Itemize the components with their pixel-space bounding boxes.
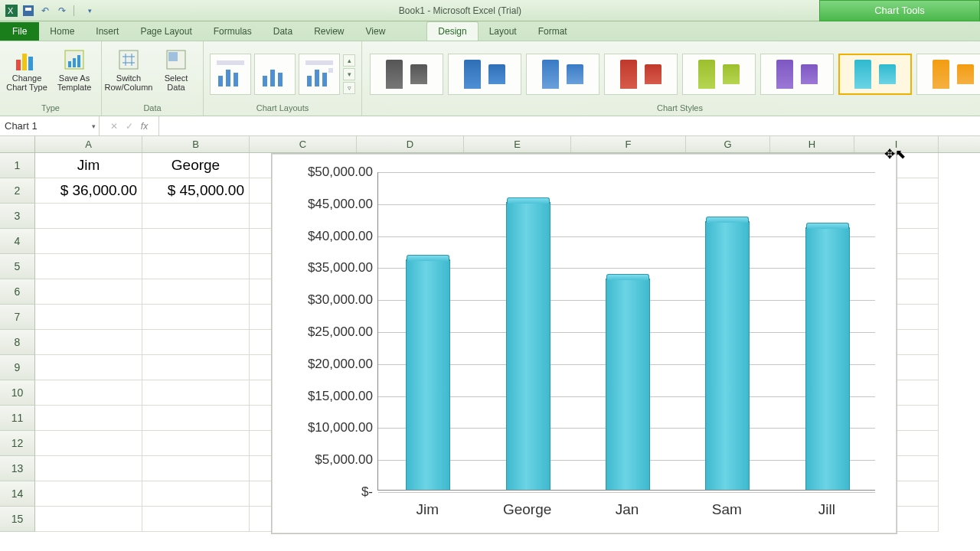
row-header[interactable]: 10 <box>0 380 35 406</box>
column-header[interactable]: E <box>464 136 571 152</box>
formula-input[interactable] <box>159 116 980 135</box>
row-header[interactable]: 9 <box>0 355 35 380</box>
chart-bar[interactable] <box>606 279 650 490</box>
cell[interactable] <box>35 355 142 380</box>
cell[interactable]: $ 45,000.00 <box>142 178 250 204</box>
fx-icon[interactable]: fx <box>141 121 148 132</box>
cell[interactable] <box>142 254 250 279</box>
chart-layout-3[interactable] <box>299 54 340 95</box>
tab-formulas[interactable]: Formulas <box>203 22 263 41</box>
cell[interactable] <box>142 355 250 380</box>
cancel-icon[interactable]: ✕ <box>110 121 118 132</box>
column-header[interactable]: C <box>250 136 357 152</box>
cell[interactable] <box>142 204 250 229</box>
row-header[interactable]: 5 <box>0 254 35 279</box>
row-header[interactable]: 11 <box>0 406 35 431</box>
cell[interactable] <box>142 507 250 532</box>
row-header[interactable]: 4 <box>0 229 35 254</box>
change-chart-type-button[interactable]: Change Chart Type <box>5 44 49 92</box>
cell[interactable]: $ 36,000.00 <box>35 178 142 204</box>
row-header[interactable]: 14 <box>0 481 35 507</box>
cell[interactable] <box>142 406 250 431</box>
switch-row-column-button[interactable]: Switch Row/Column <box>106 44 151 92</box>
cell[interactable] <box>35 204 142 229</box>
select-data-button[interactable]: Select Data <box>154 44 198 92</box>
cell[interactable] <box>35 481 142 507</box>
cell[interactable] <box>142 305 250 330</box>
row-header[interactable]: 12 <box>0 431 35 456</box>
column-header[interactable]: A <box>35 136 142 152</box>
cell[interactable] <box>35 229 142 254</box>
scroll-up-icon[interactable]: ▴ <box>343 54 355 67</box>
chart-style-thumb[interactable] <box>838 54 912 95</box>
cell[interactable] <box>35 456 142 481</box>
chart-layout-2[interactable] <box>254 54 296 95</box>
cell[interactable] <box>35 507 142 532</box>
cell[interactable] <box>142 481 250 507</box>
chart-style-thumb[interactable] <box>604 54 678 95</box>
cell[interactable] <box>35 330 142 355</box>
chart-bar[interactable] <box>705 221 750 490</box>
tab-file[interactable]: File <box>0 22 39 41</box>
layout-gallery-scroll[interactable]: ▴▾▿ <box>343 54 355 94</box>
column-header[interactable]: G <box>686 136 770 152</box>
tab-layout[interactable]: Layout <box>479 22 528 41</box>
chart-bar[interactable] <box>406 259 450 490</box>
column-header[interactable]: D <box>357 136 464 152</box>
cell[interactable] <box>35 406 142 431</box>
chart-bar[interactable] <box>506 202 550 490</box>
column-header[interactable]: B <box>142 136 250 152</box>
expand-gallery-icon[interactable]: ▿ <box>343 82 355 94</box>
redo-icon[interactable]: ↷ <box>55 4 69 18</box>
row-header[interactable]: 7 <box>0 305 35 330</box>
cell[interactable] <box>142 279 250 305</box>
row-header[interactable]: 15 <box>0 507 35 532</box>
row-header[interactable]: 3 <box>0 204 35 229</box>
cell[interactable] <box>142 456 250 481</box>
cell[interactable] <box>35 254 142 279</box>
row-header[interactable]: 8 <box>0 330 35 355</box>
chart-style-thumb[interactable] <box>682 54 756 95</box>
cell[interactable] <box>142 380 250 406</box>
cell[interactable] <box>142 330 250 355</box>
row-header[interactable]: 1 <box>0 153 35 178</box>
chart-style-thumb[interactable] <box>916 54 980 95</box>
row-header[interactable]: 2 <box>0 178 35 204</box>
column-header[interactable]: H <box>770 136 854 152</box>
scroll-down-icon[interactable]: ▾ <box>343 68 355 80</box>
tab-data[interactable]: Data <box>263 22 303 41</box>
worksheet-grid[interactable]: ABCDEFGHI 1JimGeorgeJanSamJillTotal2$ 36… <box>0 136 980 551</box>
save-as-template-button[interactable]: Save As Template <box>52 44 96 92</box>
tab-view[interactable]: View <box>355 22 397 41</box>
name-box[interactable]: Chart 1▾ <box>0 116 100 135</box>
column-header[interactable]: I <box>854 136 939 152</box>
select-all-corner[interactable] <box>0 136 35 152</box>
chart-style-thumb[interactable] <box>370 54 443 95</box>
cell[interactable] <box>35 305 142 330</box>
column-header[interactable]: F <box>571 136 686 152</box>
tab-format[interactable]: Format <box>528 22 578 41</box>
chart-bar[interactable] <box>805 227 850 490</box>
chart-style-thumb[interactable] <box>448 54 521 95</box>
plot-area[interactable] <box>377 172 875 491</box>
enter-icon[interactable]: ✓ <box>126 121 133 132</box>
undo-icon[interactable]: ↶ <box>38 4 52 18</box>
cell[interactable] <box>35 279 142 305</box>
qat-dropdown-icon[interactable]: ▾ <box>83 4 96 18</box>
chart-style-thumb[interactable] <box>760 54 834 95</box>
cell[interactable]: Jim <box>35 153 142 178</box>
cell[interactable] <box>142 229 250 254</box>
cell[interactable] <box>35 431 142 456</box>
embedded-chart[interactable]: ✥⬉ $-$5,000.00$10,000.00$15,000.00$20,00… <box>271 153 897 534</box>
save-icon[interactable] <box>21 4 35 18</box>
tab-design[interactable]: Design <box>426 21 478 41</box>
row-header[interactable]: 13 <box>0 456 35 481</box>
namebox-dropdown-icon[interactable]: ▾ <box>92 122 96 130</box>
cell[interactable]: George <box>142 153 250 178</box>
tab-home[interactable]: Home <box>39 22 85 41</box>
cell[interactable] <box>142 431 250 456</box>
chart-layout-1[interactable] <box>210 54 251 95</box>
tab-review[interactable]: Review <box>303 22 354 41</box>
tab-page-layout[interactable]: Page Layout <box>129 22 202 41</box>
row-header[interactable]: 6 <box>0 279 35 305</box>
